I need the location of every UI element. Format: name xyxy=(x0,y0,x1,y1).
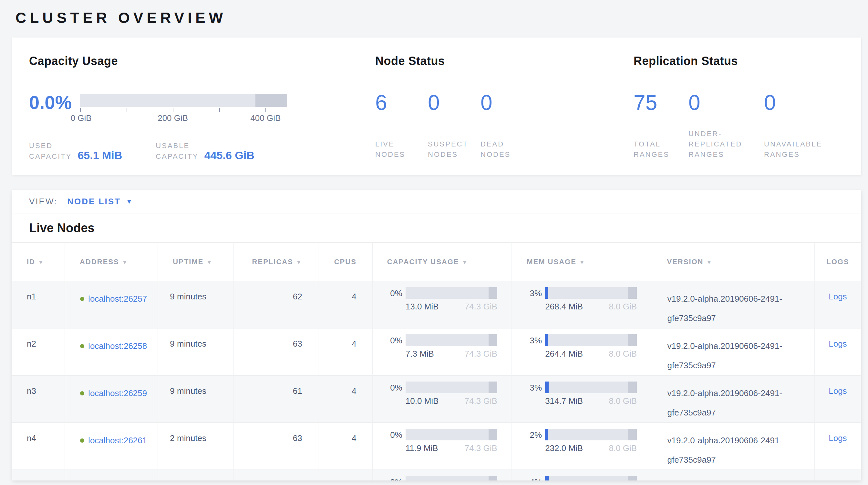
node-replicas-cell: 62 xyxy=(234,281,318,328)
logs-link[interactable]: Logs xyxy=(829,386,847,396)
live-nodes-heading: Live Nodes xyxy=(29,221,861,235)
node-id-cell: n3 xyxy=(12,375,65,423)
live-nodes-table: ID▼ ADDRESS▼ UPTIME▼ REPLICAS▼ CPUS CAPA… xyxy=(12,242,861,481)
node-address-cell: localhost:26261 xyxy=(65,423,158,470)
mem-meter-bar xyxy=(545,334,637,346)
sort-arrow-icon: ▼ xyxy=(462,259,468,265)
live-nodes-label: LIVE NODES xyxy=(375,139,405,160)
mem-meter-bar xyxy=(545,429,637,440)
mem-meter-bar xyxy=(545,287,637,299)
node-address-link[interactable]: localhost:26258 xyxy=(88,336,147,356)
cluster-overview-page: CLUSTER OVERVIEW Capacity Usage 0.0% 0 G… xyxy=(0,0,868,481)
node-uptime-cell: 2 minutes xyxy=(158,423,234,470)
node-uptime-cell: 9 minutes xyxy=(158,375,234,423)
node-list-card: VIEW: NODE LIST ▼ Live Nodes ID▼ ADDRESS… xyxy=(12,190,861,481)
node-capacity-usage-cell: 0% 11.9 MiB 74.3 GiB xyxy=(372,423,512,470)
node-capacity-usage-cell: 0% 10.0 MiB 74.3 GiB xyxy=(372,375,512,423)
node-address-link[interactable]: localhost:26257 xyxy=(88,289,147,309)
col-header-capacity-usage[interactable]: CAPACITY USAGE▼ xyxy=(372,242,512,281)
node-address-cell: localhost:26258 xyxy=(65,328,158,375)
suspect-nodes-label: SUSPECT NODES xyxy=(428,139,468,160)
node-logs-cell: Logs xyxy=(815,470,861,481)
node-replicas-cell: 63 xyxy=(234,470,318,481)
total-ranges-count: 75 xyxy=(633,92,688,114)
usable-capacity-value: 445.6 GiB xyxy=(205,149,254,162)
sort-arrow-icon: ▼ xyxy=(707,259,713,265)
col-header-id[interactable]: ID▼ xyxy=(12,242,65,281)
col-header-address[interactable]: ADDRESS▼ xyxy=(65,242,158,281)
col-header-cpus[interactable]: CPUS xyxy=(318,242,372,281)
capacity-meter-bar xyxy=(406,429,497,440)
node-mem-usage-cell: 2% 232.0 MiB 8.0 GiB xyxy=(512,423,652,470)
node-address-link[interactable]: localhost:26261 xyxy=(88,431,147,450)
node-address-link[interactable]: localhost:26262 xyxy=(88,478,147,481)
col-header-replicas[interactable]: REPLICAS▼ xyxy=(234,242,318,281)
logs-link[interactable]: Logs xyxy=(829,433,847,443)
table-row: n4 localhost:26261 2 minutes 63 4 0% 11.… xyxy=(12,423,861,470)
node-version-cell: v19.2.0-alpha.20190606-2491-gfe735c9a97 xyxy=(652,281,814,328)
node-id-cell: n5 xyxy=(12,470,65,481)
node-replicas-cell: 63 xyxy=(234,423,318,470)
node-version-cell: v19.2.0-alpha.20190606-2491-gfe735c9a97 xyxy=(652,328,814,375)
node-version-cell: v19.2.0-alpha.20190606-2491-gfe735c9a97 xyxy=(652,423,814,470)
view-label: VIEW: xyxy=(29,197,58,207)
suspect-nodes-count: 0 xyxy=(428,92,480,114)
node-address-link[interactable]: localhost:26259 xyxy=(88,383,147,403)
view-bar: VIEW: NODE LIST ▼ xyxy=(12,190,861,213)
used-capacity-stat: USED CAPACITY 65.1 MiB xyxy=(29,140,122,162)
node-uptime-cell: 9 minutes xyxy=(158,328,234,375)
node-capacity-usage-cell: 0% 7.3 MiB 74.3 GiB xyxy=(372,328,512,375)
view-selector-dropdown[interactable]: NODE LIST ▼ xyxy=(67,197,132,207)
node-logs-cell: Logs xyxy=(815,328,861,375)
capacity-meter-bar xyxy=(406,334,497,346)
dead-nodes-count: 0 xyxy=(480,92,533,114)
logs-link[interactable]: Logs xyxy=(829,292,847,301)
axis-label-400gib: 400 GiB xyxy=(250,113,281,123)
unavailable-ranges-stat: 0 UNAVAILABLE RANGES xyxy=(764,92,822,160)
chevron-down-icon[interactable]: ▼ xyxy=(126,198,132,205)
unavailable-ranges-count: 0 xyxy=(764,92,822,114)
capacity-usage-section: Capacity Usage 0.0% 0 GiB 200 GiB 400 Gi… xyxy=(12,37,375,175)
node-cpus-cell: 4 xyxy=(318,328,372,375)
node-version-cell: v19.2.0-alpha.20190606-2491-gfe735c9a97 xyxy=(652,375,814,423)
col-header-version[interactable]: VERSION▼ xyxy=(652,242,814,281)
node-cpus-cell: 4 xyxy=(318,281,372,328)
capacity-meter-bar xyxy=(406,381,497,393)
node-id-cell: n2 xyxy=(12,328,65,375)
axis-label-200gib: 200 GiB xyxy=(158,113,188,123)
node-live-dot-icon xyxy=(80,438,84,443)
logs-link[interactable]: Logs xyxy=(829,339,847,348)
node-mem-usage-cell: 3% 268.4 MiB 8.0 GiB xyxy=(512,281,652,328)
node-replicas-cell: 61 xyxy=(234,375,318,423)
node-id-cell: n1 xyxy=(12,281,65,328)
under-replicated-ranges-count: 0 xyxy=(688,92,764,114)
col-header-mem-usage[interactable]: MEM USAGE▼ xyxy=(512,242,652,281)
replication-status-section: Replication Status 75 TOTAL RANGES 0 UND… xyxy=(633,37,861,175)
table-row: n3 localhost:26259 9 minutes 61 4 0% 10.… xyxy=(12,375,861,423)
mem-meter-bar xyxy=(545,381,637,393)
node-address-cell: localhost:26262 xyxy=(65,470,158,481)
usable-capacity-label: USABLE CAPACITY xyxy=(156,140,198,162)
col-header-uptime[interactable]: UPTIME▼ xyxy=(158,242,234,281)
node-mem-usage-cell: 4% 329.6 MiB 8.0 GiB xyxy=(512,470,652,481)
node-version-cell: v19.2.0-alpha.20190606-2491-gfe735c9a97 xyxy=(652,470,814,481)
live-nodes-count: 6 xyxy=(375,92,428,114)
node-capacity-usage-cell: 0% 12.4 MiB 74.3 GiB xyxy=(372,470,512,481)
node-live-dot-icon xyxy=(80,344,84,348)
page-title: CLUSTER OVERVIEW xyxy=(16,10,861,25)
axis-label-0gib: 0 GiB xyxy=(71,113,92,123)
node-mem-usage-cell: 3% 314.7 MiB 8.0 GiB xyxy=(512,375,652,423)
node-logs-cell: Logs xyxy=(815,281,861,328)
capacity-usage-chart: 0.0% 0 GiB 200 GiB 400 GiB xyxy=(29,93,375,123)
view-selected-value[interactable]: NODE LIST xyxy=(67,197,121,207)
node-live-dot-icon xyxy=(80,297,84,301)
node-logs-cell: Logs xyxy=(815,375,861,423)
sort-arrow-icon: ▼ xyxy=(206,259,213,265)
cluster-summary-card: Capacity Usage 0.0% 0 GiB 200 GiB 400 Gi… xyxy=(12,37,861,175)
under-replicated-ranges-stat: 0 UNDER- REPLICATED RANGES xyxy=(688,92,764,160)
node-cpus-cell: 4 xyxy=(318,423,372,470)
capacity-meter-bar xyxy=(406,287,497,299)
node-id-cell: n4 xyxy=(12,423,65,470)
dead-nodes-stat: 0 DEAD NODES xyxy=(480,92,533,160)
used-capacity-value: 65.1 MiB xyxy=(78,149,122,162)
